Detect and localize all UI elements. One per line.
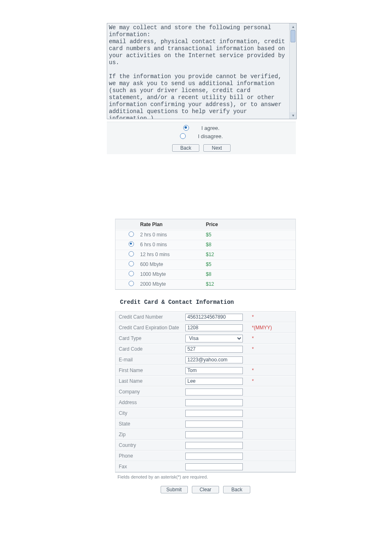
row-country: Country — [115, 440, 295, 451]
submit-button[interactable]: Submit — [161, 486, 188, 493]
hint-cc-exp: (MMYY) — [254, 325, 272, 331]
rate-price-4: $8 — [206, 271, 247, 277]
label-cc-number: Credit Card Number — [115, 314, 185, 320]
agree-label[interactable]: I agree. — [201, 125, 219, 131]
rate-plan-2: 12 hrs 0 mins — [140, 252, 206, 257]
label-address: Address — [115, 400, 185, 405]
terms-panel: We may collect and store the following p… — [107, 23, 302, 154]
rate-plan-1: 6 hrs 0 mins — [140, 242, 206, 247]
mark-card-type: * — [251, 335, 295, 341]
rate-price-5: $12 — [206, 281, 247, 287]
rate-header-price: Price — [206, 222, 247, 227]
agree-area: I agree. I disagree. Back Next — [107, 122, 296, 154]
mark-card-code: * — [251, 346, 295, 352]
rate-radio-5[interactable] — [129, 281, 134, 286]
row-cc-exp: Credit Card Expiration Date *(MMYY) — [115, 322, 295, 333]
rate-row: 600 Mbyte $5 — [115, 259, 295, 269]
row-zip: Zip — [115, 429, 295, 440]
form-back-button[interactable]: Back — [223, 486, 250, 493]
input-email[interactable] — [185, 356, 243, 363]
label-state: State — [115, 421, 185, 427]
mark-cc-exp: *(MMYY) — [251, 325, 295, 331]
mark-cc-number: * — [251, 314, 295, 320]
disagree-option-row: I disagree. — [107, 132, 296, 140]
rate-header-row: Rate Plan Price — [115, 219, 295, 230]
rate-plan-3: 600 Mbyte — [140, 261, 206, 267]
next-button[interactable]: Next — [203, 144, 231, 152]
input-first-name[interactable] — [185, 367, 243, 374]
mark-last-name: * — [251, 378, 295, 384]
input-cc-number[interactable] — [185, 314, 243, 321]
cc-form: Credit Card Number * Credit Card Expirat… — [115, 311, 296, 473]
label-card-type: Card Type — [115, 335, 185, 341]
scroll-up-icon[interactable] — [290, 23, 296, 30]
rate-row: 2 hrs 0 mins $5 — [115, 230, 295, 240]
row-company: Company — [115, 386, 295, 397]
row-address: Address — [115, 397, 295, 408]
agree-radio[interactable] — [183, 125, 189, 131]
label-cc-exp: Credit Card Expiration Date — [115, 325, 185, 331]
label-zip: Zip — [115, 432, 185, 437]
scroll-thumb[interactable] — [291, 30, 295, 42]
input-zip[interactable] — [185, 431, 243, 438]
label-fax: Fax — [115, 464, 185, 469]
input-country[interactable] — [185, 442, 243, 449]
required-note: Fields denoted by an asterisk(*) are req… — [118, 474, 296, 479]
row-last-name: Last Name * — [115, 376, 295, 386]
rate-row: 12 hrs 0 mins $12 — [115, 250, 295, 259]
row-card-type: Card Type Visa * — [115, 333, 295, 344]
back-button[interactable]: Back — [172, 144, 199, 152]
rate-radio-2[interactable] — [129, 251, 134, 257]
input-card-code[interactable] — [185, 346, 243, 353]
row-card-code: Card Code * — [115, 344, 295, 354]
rate-radio-4[interactable] — [129, 271, 134, 276]
cc-section-title: Credit Card & Contact Information — [120, 299, 296, 305]
rate-plan-5: 2000 Mbyte — [140, 281, 206, 287]
agree-button-row: Back Next — [107, 143, 296, 152]
row-email: E-mail — [115, 354, 295, 365]
input-city[interactable] — [185, 410, 243, 417]
row-first-name: First Name * — [115, 365, 295, 376]
input-cc-exp[interactable] — [185, 324, 243, 331]
label-country: Country — [115, 442, 185, 448]
label-city: City — [115, 410, 185, 416]
rate-price-1: $8 — [206, 242, 247, 247]
row-state: State — [115, 419, 295, 429]
select-card-type[interactable]: Visa — [185, 335, 243, 342]
label-email: E-mail — [115, 357, 185, 363]
rate-price-3: $5 — [206, 261, 247, 267]
scroll-down-icon[interactable] — [290, 112, 296, 119]
disagree-label[interactable]: I disagree. — [198, 133, 223, 139]
input-state[interactable] — [185, 421, 243, 428]
label-last-name: Last Name — [115, 378, 185, 384]
input-company[interactable] — [185, 388, 243, 395]
rate-plan-0: 2 hrs 0 mins — [140, 232, 206, 238]
rate-radio-0[interactable] — [129, 231, 134, 237]
row-cc-number: Credit Card Number * — [115, 312, 295, 322]
form-button-row: Submit Clear Back — [115, 484, 296, 493]
input-address[interactable] — [185, 399, 243, 406]
disagree-radio[interactable] — [180, 133, 186, 139]
terms-scrollbox: We may collect and store the following p… — [107, 23, 297, 119]
rate-radio-1[interactable] — [129, 241, 134, 247]
input-fax[interactable] — [185, 463, 243, 470]
rate-header-plan: Rate Plan — [140, 222, 206, 227]
terms-scrollbar[interactable] — [289, 23, 296, 119]
row-city: City — [115, 408, 295, 419]
label-first-name: First Name — [115, 368, 185, 373]
input-last-name[interactable] — [185, 378, 243, 385]
clear-button[interactable]: Clear — [192, 486, 219, 493]
mark-first-name: * — [251, 368, 295, 373]
rate-row: 2000 Mbyte $12 — [115, 279, 295, 289]
input-phone[interactable] — [185, 453, 243, 460]
rate-plan-4: 1000 Mbyte — [140, 271, 206, 277]
rate-radio-3[interactable] — [129, 261, 134, 266]
terms-text: We may collect and store the following p… — [107, 23, 296, 119]
label-company: Company — [115, 389, 185, 395]
rate-row: 1000 Mbyte $8 — [115, 269, 295, 279]
row-fax: Fax — [115, 461, 295, 472]
rate-plan-table: Rate Plan Price 2 hrs 0 mins $5 6 hrs 0 … — [115, 219, 296, 290]
agree-option-row: I agree. — [107, 124, 296, 132]
row-phone: Phone — [115, 451, 295, 461]
rate-row: 6 hrs 0 mins $8 — [115, 240, 295, 250]
